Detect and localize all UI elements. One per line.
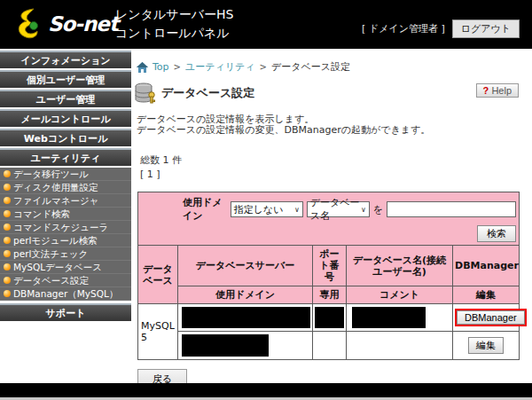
column-header-domain: 使用ドメイン [178,286,313,304]
help-button[interactable]: ? Help [476,83,519,98]
sidebar-item-label: ディスク使用量設定 [13,181,98,194]
chevron-down-icon: ∨ [361,206,366,214]
orange-dot-icon [4,197,11,204]
particle-label: を [373,203,383,216]
sidebar-item-utility[interactable]: ユーティリティ [0,148,131,166]
sidebar-item-label: DBManager（MySQL） [13,287,118,301]
red-highlight-box: DBManager [455,309,527,326]
sidebar-item-label: データ移行ツール [13,168,89,181]
column-header-port: ポート番号 [313,246,347,286]
column-header-dedicated: 専用 [313,286,347,304]
sidebar: インフォメーション 個別ユーザー管理 ユーザー管理 メールコントロール Webコ… [0,51,131,323]
page-title-row: データベース設定 ? Help [135,82,532,105]
sidebar-item-label: perlモジュール検索 [13,234,98,247]
sidebar-item-data-migration-tool[interactable]: データ移行ツール [0,168,131,181]
edit-button[interactable]: 編集 [468,337,504,354]
field-filter-value: データベース名 [310,196,361,223]
sidebar-item-disk-usage-setting[interactable]: ディスク使用量設定 [0,181,131,194]
table-row: MySQL5 DBManager [138,304,520,332]
service-title-line1: レンタルサーバーHS [115,5,233,24]
search-button[interactable]: 検索 [477,225,516,242]
role-label: [ ドメイン管理者 ] [362,22,445,35]
sidebar-item-command-search[interactable]: コマンド検索 [0,208,131,221]
sidebar-item-web-control[interactable]: Webコントロール [0,129,131,146]
sidebar-item-support[interactable]: サポート [0,303,131,321]
column-header-edit: 編集 [453,286,520,304]
comment-cell [347,332,453,360]
page-footer [0,383,532,397]
field-filter-select[interactable]: データベース名 ∨ [307,201,370,217]
service-title-line2: コントロールパネル [115,24,233,43]
description-line2: データベースの設定情報の変更、DBManagerの起動ができます。 [137,125,532,136]
question-mark-icon: ? [483,85,489,96]
server-cell [178,304,313,332]
sidebar-item-file-manager[interactable]: ファイルマネージャ [0,194,131,208]
database-table: 使用ドメイン 指定しない ∨ データベース名 ∨ を 検索 [137,192,520,360]
help-label: Help [491,85,512,96]
redacted-server-value [182,307,310,328]
orange-dot-icon [4,184,11,191]
control-panel-page: So-net レンタルサーバーHS コントロールパネル [ ドメイン管理者 ] … [0,0,532,400]
sidebar-item-dbmanager-mysql[interactable]: DBManager（MySQL） [0,287,131,301]
breadcrumb: Top > ユーティリティ > データベース設定 [137,60,532,74]
logout-button[interactable]: ログアウト [452,20,520,38]
dbmanager-cell: DBManager [453,304,520,332]
domain-filter-select[interactable]: 指定しない ∨ [231,201,303,217]
sidebar-item-database-setting[interactable]: データベース設定 [0,274,131,287]
edit-cell: 編集 [453,332,520,360]
port-cell [313,304,347,332]
sidebar-item-label: ファイルマネージャ [13,194,98,208]
sidebar-item-mail-control[interactable]: メールコントロール [0,109,131,127]
table-row: 編集 [138,332,520,360]
redacted-domain-value [182,334,269,357]
orange-dot-icon [4,290,11,297]
sidebar-item-perl-syntax-check[interactable]: perl文法チェック [0,247,131,261]
dbname-cell [347,304,453,332]
pagination[interactable]: [ 1 ] [140,169,532,180]
sidebar-item-command-scheduler[interactable]: コマンドスケジューラ [0,221,131,234]
orange-dot-icon [4,277,11,284]
app-header: So-net レンタルサーバーHS コントロールパネル [ ドメイン管理者 ] … [0,0,532,49]
utility-submenu: データ移行ツール ディスク使用量設定 ファイルマネージャ コマンド検索 コマンド… [0,168,131,301]
orange-dot-icon [4,237,11,244]
domain-cell [178,332,313,360]
orange-dot-icon [4,263,11,271]
dedicated-cell [313,332,347,360]
sidebar-item-information[interactable]: インフォメーション [0,51,131,68]
breadcrumb-separator: > [260,62,267,72]
sidebar-item-label: コマンドスケジューラ [13,221,108,234]
sidebar-item-label: コマンド検索 [13,208,70,221]
column-header-dbmanager: DBManager [453,246,520,286]
column-header-comment: コメント [347,286,453,304]
sidebar-item-label: MySQLデータベース [13,261,102,274]
header-right: [ ドメイン管理者 ] ログアウト [362,20,520,38]
so-net-logo[interactable]: So-net [12,7,118,41]
filter-row: 使用ドメイン 指定しない ∨ データベース名 ∨ を 検索 [138,192,520,246]
breadcrumb-current: データベース設定 [271,60,350,74]
sidebar-item-mysql-database[interactable]: MySQLデータベース [0,261,131,274]
sidebar-item-user-management[interactable]: ユーザー管理 [0,90,131,107]
breadcrumb-link-top[interactable]: Top [153,61,169,73]
service-title: レンタルサーバーHS コントロールパネル [115,5,233,43]
column-header-database: データベース [138,246,178,304]
orange-dot-icon [4,224,11,231]
sidebar-item-perl-module-search[interactable]: perlモジュール検索 [0,234,131,247]
search-keyword-input[interactable] [387,201,516,217]
breadcrumb-link-utility[interactable]: ユーティリティ [185,60,255,74]
breadcrumb-separator: > [174,62,181,72]
domain-filter-value: 指定しない [234,203,284,216]
logo-text: So-net [48,12,118,35]
column-header-server: データベースサーバー [178,246,313,286]
page-title: データベース設定 [161,85,254,101]
chevron-down-icon: ∨ [294,206,300,214]
redacted-dbname-value [352,307,426,328]
main-content: Top > ユーティリティ > データベース設定 データベース設定 ? Help… [133,51,532,389]
sidebar-item-individual-user-management[interactable]: 個別ユーザー管理 [0,70,131,88]
db-type-cell: MySQL5 [138,304,178,360]
column-header-dbname: データベース名(接続ユーザー名) [347,246,453,286]
dbmanager-button[interactable]: DBManager [457,310,525,325]
so-net-swoosh-icon [12,7,44,41]
total-count: 総数 1 件 [140,153,532,167]
sidebar-item-label: perl文法チェック [13,247,88,261]
redacted-port-value [315,307,344,328]
